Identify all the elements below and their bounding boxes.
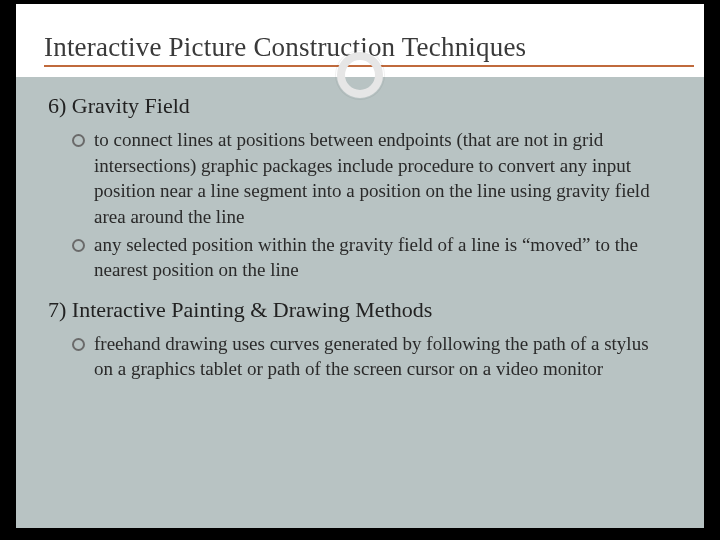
header: Interactive Picture Construction Techniq…: [16, 4, 704, 77]
section-heading: 7) Interactive Painting & Drawing Method…: [48, 297, 672, 323]
list-item: freehand drawing uses curves generated b…: [72, 331, 672, 382]
list-item: to connect lines at positions between en…: [72, 127, 672, 230]
slide: Interactive Picture Construction Techniq…: [16, 4, 704, 528]
ring-decoration-icon: [337, 52, 383, 98]
bullet-list: freehand drawing uses curves generated b…: [72, 331, 672, 382]
bullet-list: to connect lines at positions between en…: [72, 127, 672, 283]
list-item: any selected position within the gravity…: [72, 232, 672, 283]
slide-body: 6) Gravity Field to connect lines at pos…: [16, 77, 704, 408]
